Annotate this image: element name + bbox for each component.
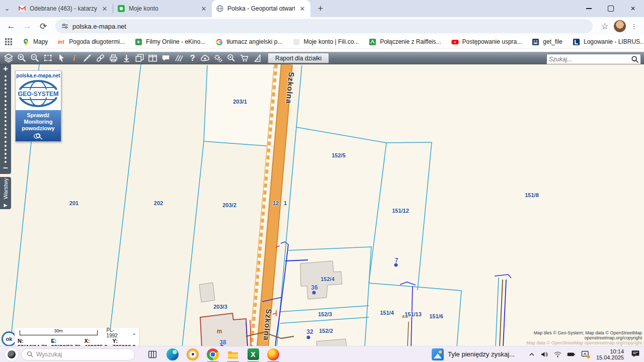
hidden-icons-chevron[interactable] [528, 350, 536, 358]
split-view-tool-icon[interactable] [146, 52, 159, 64]
zoom-in-tool-icon[interactable] [15, 52, 28, 64]
crs-selector[interactable]: PL-1992 [107, 327, 125, 338]
bookmark-3[interactable]: Filmy Online - eKino... [135, 38, 205, 46]
taskbar-excel-icon[interactable]: X [247, 348, 260, 361]
zoom-step-dot[interactable] [5, 120, 7, 122]
task-view-button[interactable] [146, 348, 159, 361]
bookmark-4[interactable]: tłumacz angielski p... [215, 38, 282, 46]
zoom-step-dot[interactable] [5, 108, 7, 110]
bookmark-8[interactable]: get_file [532, 38, 562, 46]
tab-close-icon[interactable]: ✕ [101, 5, 109, 13]
browser-menu-icon[interactable]: ⋮ [628, 20, 640, 32]
taskbar-widget[interactable]: Tyle pieniędzy zyskaj... [432, 348, 515, 360]
layers-tool-icon[interactable] [2, 52, 15, 64]
print-tool-icon[interactable] [107, 52, 120, 64]
minimize-button[interactable] [578, 0, 600, 17]
forward-button[interactable]: → [20, 19, 34, 33]
bookmark-6[interactable]: Połączenie z Raiffeis... [369, 38, 441, 46]
select-area-tool-icon[interactable] [41, 52, 54, 64]
settings-tool-icon[interactable] [211, 52, 224, 64]
flood-monitoring-banner[interactable]: Sprawdź Monitoring powodziowy [16, 110, 61, 141]
attribution-link[interactable]: openstreetmap.org/copyright [526, 335, 642, 340]
zoom-step-dot[interactable] [5, 100, 7, 102]
tab-close-icon[interactable]: ✕ [200, 5, 208, 13]
zoom-step-dot[interactable] [5, 145, 7, 147]
taskbar-chrome-icon[interactable] [206, 348, 219, 361]
close-button[interactable]: ✕ [622, 0, 644, 17]
zoom-step-dot[interactable] [5, 112, 7, 114]
crs-chevron-down-icon[interactable]: ⌄ [132, 330, 136, 336]
cloud-tool-icon[interactable] [198, 52, 211, 64]
start-button[interactable] [5, 348, 18, 361]
notification-center-button[interactable] [631, 349, 640, 360]
bookmark-7[interactable]: Postępowanie uspra... [451, 38, 522, 46]
browser-tab-2[interactable]: Moje konto✕ [113, 0, 212, 17]
zoom-steps[interactable] [5, 74, 7, 164]
marker-download-tool-icon[interactable] [120, 52, 133, 64]
maximize-button[interactable] [600, 0, 622, 17]
bookmark-star-icon[interactable]: ☆ [598, 19, 612, 33]
apps-grid-icon[interactable] [5, 37, 12, 47]
zoom-step-dot[interactable] [5, 157, 7, 159]
taskbar-search[interactable]: Wyszukaj [21, 348, 135, 360]
zoom-step-dot[interactable] [5, 116, 7, 118]
layers-panel-tab[interactable]: Warstwy ▶ [0, 177, 11, 209]
taskbar-edge-icon[interactable] [166, 348, 179, 361]
report-dla-dzialki-button[interactable]: Raport dla działki [268, 53, 329, 63]
zoom-step-dot[interactable] [5, 104, 7, 106]
balloon-tool-icon[interactable] [159, 52, 172, 64]
bookmark-5[interactable]: Moje konto | Fili.co... [293, 38, 359, 46]
tab-close-icon[interactable]: ✕ [298, 5, 306, 13]
map-canvas[interactable]: 203/1152/5201202203/2121151/12151/8152/4… [0, 64, 644, 346]
zoom-step-dot[interactable] [5, 161, 7, 163]
zoom-step-dot[interactable] [5, 153, 7, 155]
screen-share-icon[interactable] [581, 349, 590, 359]
hatch-tool-icon[interactable] [172, 52, 185, 64]
zoom-step-dot[interactable] [5, 132, 7, 134]
copy-view-tool-icon[interactable] [133, 52, 146, 64]
zoom-step-dot[interactable] [5, 124, 7, 126]
zoom-step-dot[interactable] [5, 128, 7, 130]
reload-button[interactable]: ⟳ [36, 19, 50, 33]
zoom-out-button[interactable]: − [3, 164, 8, 174]
taskbar-firefox-icon[interactable] [267, 348, 280, 361]
zoom-in-button[interactable]: + [3, 64, 8, 74]
sail-tool-icon[interactable] [251, 52, 264, 64]
site-settings-icon[interactable] [61, 23, 68, 30]
info-tool-icon[interactable]: i [67, 52, 80, 64]
search-icon[interactable] [631, 55, 639, 63]
taskbar-clock[interactable]: 10:14 15.04.2025 [596, 348, 624, 360]
browser-tab-3[interactable]: Polska - Geoportal otwartych d✕ [212, 0, 310, 17]
link-tool-icon[interactable] [94, 52, 107, 64]
volume-icon[interactable] [540, 350, 549, 358]
measure-tool-icon[interactable] [80, 52, 94, 64]
zoom-out-tool-icon[interactable] [28, 52, 41, 64]
taskbar-explorer-icon[interactable] [226, 348, 239, 361]
address-bar[interactable]: polska.e-mapa.net [55, 19, 593, 33]
cart-tool-icon[interactable] [237, 52, 251, 64]
map-search-input[interactable] [547, 56, 631, 63]
zoom-step-dot[interactable] [5, 96, 7, 98]
geosystem-logo-panel[interactable]: polska.e-mapa.net GEO-SYSTEM Sprawdź Mon… [15, 70, 61, 142]
zoom-step-dot[interactable] [5, 75, 7, 77]
bookmark-1[interactable]: Mapy [22, 38, 48, 46]
zoom-step-dot[interactable] [5, 79, 7, 81]
bookmark-2[interactable]: intPogoda długotermi... [58, 38, 125, 46]
tab-search-chevron-icon[interactable]: ⌄ [0, 0, 14, 17]
battery-icon[interactable] [567, 350, 576, 358]
zoom-step-dot[interactable] [5, 149, 7, 151]
new-tab-button[interactable]: + [313, 2, 328, 16]
pointer-tool-icon[interactable] [54, 52, 67, 64]
zoom-step-dot[interactable] [5, 92, 7, 94]
help-tool-icon[interactable]: ? [185, 52, 198, 64]
zoom-step-dot[interactable] [5, 136, 7, 138]
bookmark-9[interactable]: Logowanie - LIBRUS... [573, 38, 644, 46]
taskbar-orange-app-icon[interactable] [186, 348, 199, 361]
back-button[interactable]: ← [4, 19, 18, 33]
zoom-step-dot[interactable] [5, 83, 7, 85]
wifi-icon[interactable] [553, 350, 562, 358]
zoom-step-dot[interactable] [5, 87, 7, 89]
preview-tool-icon[interactable] [224, 52, 237, 64]
profile-avatar[interactable] [614, 20, 626, 32]
zoom-step-dot[interactable] [5, 141, 7, 143]
